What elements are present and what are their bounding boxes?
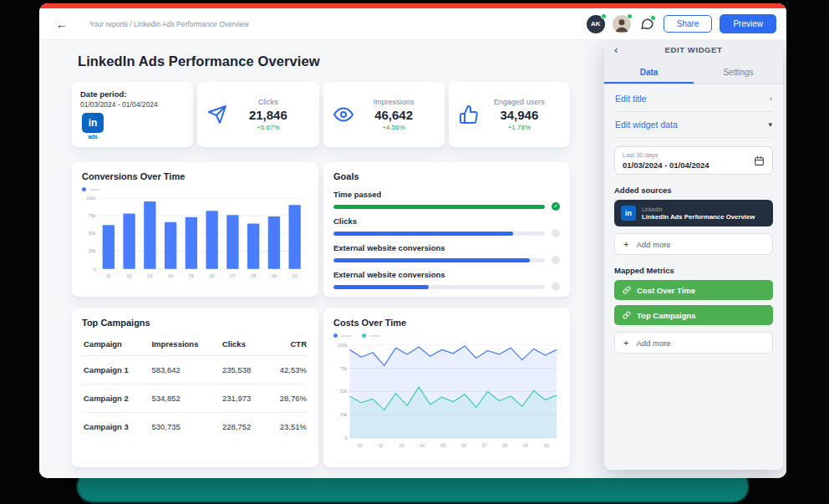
add-source-label: Add more bbox=[636, 240, 670, 249]
source-card-linkedin[interactable]: in LinkedIn LinkedIn Ads Performance Ove… bbox=[614, 200, 773, 227]
table-row: Campaign 2534,852231,97328,76% bbox=[82, 384, 308, 413]
bottom-row: Top Campaigns CampaignImpressionsClicksC… bbox=[72, 308, 570, 467]
page-title: LinkedIn Ads Performance Overview bbox=[78, 53, 570, 69]
share-button[interactable]: Share bbox=[664, 15, 713, 33]
kpi-value: 21,846 bbox=[229, 108, 307, 122]
widget-goals[interactable]: Goals Time passed✓ClicksExternal website… bbox=[323, 162, 570, 297]
costs-line-chart: 100k75k50k25k001020304050607080910 bbox=[333, 340, 560, 450]
goal-label: External website conversions bbox=[333, 243, 560, 252]
goal-item: Clicks bbox=[333, 216, 560, 237]
chart-title: Costs Over Time bbox=[333, 318, 560, 328]
conversions-bar-chart: 100k75k50k25k001020304050607080910 bbox=[82, 194, 308, 280]
svg-text:06: 06 bbox=[461, 443, 466, 448]
svg-text:07: 07 bbox=[481, 443, 486, 448]
table-cell: 28,76% bbox=[266, 384, 308, 413]
chart-title: Conversions Over Time bbox=[82, 171, 308, 181]
svg-text:10: 10 bbox=[544, 443, 549, 448]
goal-pending-icon bbox=[552, 256, 560, 264]
plus-icon: + bbox=[623, 338, 628, 348]
report-canvas: LinkedIn Ads Performance Overview Date p… bbox=[39, 40, 786, 478]
report-content: LinkedIn Ads Performance Overview Date p… bbox=[72, 40, 570, 467]
avatar-user[interactable] bbox=[613, 15, 631, 33]
widget-date-period[interactable]: Date period: 01/03/2024 - 01/04/2024 in … bbox=[72, 82, 193, 147]
goals-list: Time passed✓ClicksExternal website conve… bbox=[333, 190, 560, 291]
widget-costs-over-time[interactable]: Costs Over Time 100k75k50k25k00102030405… bbox=[323, 308, 570, 467]
clicks-cursor-icon bbox=[207, 104, 227, 125]
svg-text:02: 02 bbox=[379, 443, 384, 448]
eye-icon bbox=[333, 104, 353, 125]
column-header: Clicks bbox=[221, 333, 266, 356]
date-period-label: Date period: bbox=[80, 89, 185, 99]
edit-widget-data-row[interactable]: Edit widget data ▾ bbox=[614, 112, 773, 138]
table-cell: 235,538 bbox=[221, 356, 266, 384]
add-source-button[interactable]: + Add more bbox=[614, 233, 773, 255]
goal-label: Time passed bbox=[333, 190, 560, 199]
goal-complete-icon: ✓ bbox=[552, 202, 560, 211]
table-cell: Campaign 3 bbox=[82, 413, 150, 441]
widget-engaged-users[interactable]: Engaged users 34,946 +1.78% bbox=[449, 82, 570, 147]
table-row: Campaign 3530,735228,75223,51% bbox=[82, 413, 308, 441]
panel-title: EDIT WIDGET bbox=[665, 45, 723, 54]
edit-widget-data-label: Edit widget data bbox=[615, 120, 678, 130]
linkedin-icon: in bbox=[621, 206, 636, 221]
mapped-metric-button[interactable]: Cost Over Time bbox=[614, 280, 773, 300]
widget-impressions[interactable]: Impressions 46,642 +4.56% bbox=[323, 82, 445, 147]
svg-text:75k: 75k bbox=[89, 213, 96, 218]
table-cell: 530,735 bbox=[150, 413, 220, 441]
svg-text:02: 02 bbox=[127, 273, 132, 278]
source-provider: LinkedIn bbox=[642, 206, 755, 212]
date-preset-label: Last 30 days bbox=[623, 151, 709, 159]
widget-top-campaigns[interactable]: Top Campaigns CampaignImpressionsClicksC… bbox=[72, 308, 318, 467]
avatar-ak[interactable]: AK bbox=[587, 15, 605, 33]
svg-text:03: 03 bbox=[147, 273, 152, 278]
widget-conversions-over-time[interactable]: Conversions Over Time 100k75k50k25k00102… bbox=[72, 162, 318, 297]
svg-text:10: 10 bbox=[292, 273, 298, 278]
goal-label: Clicks bbox=[333, 216, 560, 226]
goal-item: Time passed✓ bbox=[333, 190, 560, 211]
legend-item[interactable] bbox=[362, 333, 380, 338]
goal-pending-icon bbox=[552, 283, 560, 291]
edit-title-row[interactable]: Edit title › bbox=[614, 86, 773, 112]
kpi-value: 34,946 bbox=[481, 108, 558, 122]
tab-settings[interactable]: Settings bbox=[694, 62, 783, 84]
app-header: ← Your reports / LinkedIn Ads Performanc… bbox=[39, 8, 786, 40]
mapped-metric-button[interactable]: Top Campaigns bbox=[614, 305, 773, 325]
table-cell: 228,752 bbox=[221, 413, 266, 441]
date-period-value: 01/03/2024 - 01/04/2024 bbox=[80, 100, 185, 109]
linkedin-icon: in bbox=[82, 113, 104, 133]
tab-data[interactable]: Data bbox=[604, 62, 694, 84]
table-cell: 534,852 bbox=[150, 384, 220, 413]
svg-text:100k: 100k bbox=[338, 343, 348, 348]
column-header: Impressions bbox=[150, 333, 220, 356]
add-metric-button[interactable]: + Add more bbox=[614, 332, 773, 354]
edit-title-label: Edit title bbox=[615, 94, 646, 104]
table-cell: 231,973 bbox=[221, 384, 266, 413]
svg-text:08: 08 bbox=[251, 273, 256, 278]
back-button[interactable]: ← bbox=[56, 18, 68, 31]
charts-row: Conversions Over Time 100k75k50k25k00102… bbox=[72, 162, 570, 297]
online-status-dot bbox=[601, 13, 607, 19]
goal-item: External website conversions bbox=[333, 243, 560, 264]
table-cell: Campaign 2 bbox=[82, 384, 150, 413]
legend-item[interactable] bbox=[82, 187, 100, 191]
source-name: LinkedIn Ads Performance Overview bbox=[642, 213, 755, 221]
date-range-picker[interactable]: Last 30 days 01/03/2024 - 01/04/2024 bbox=[614, 146, 773, 175]
comments-icon[interactable] bbox=[640, 17, 654, 31]
preview-button[interactable]: Preview bbox=[720, 14, 776, 33]
online-status-dot bbox=[627, 13, 633, 19]
svg-text:01: 01 bbox=[106, 273, 111, 278]
campaigns-body: Campaign 1583,642235,53842,53%Campaign 2… bbox=[82, 356, 308, 441]
svg-text:50k: 50k bbox=[340, 389, 348, 394]
table-cell: Campaign 1 bbox=[82, 356, 150, 384]
panel-back-button[interactable]: ‹ bbox=[614, 44, 618, 55]
legend-item[interactable] bbox=[333, 333, 352, 338]
table-cell: 23,51% bbox=[266, 413, 308, 441]
campaigns-table: CampaignImpressionsClicksCTR Campaign 15… bbox=[82, 333, 308, 440]
goal-label: External website conversions bbox=[333, 270, 560, 279]
kpi-row: Date period: 01/03/2024 - 01/04/2024 in … bbox=[72, 82, 570, 147]
widget-clicks[interactable]: Clicks 21,846 +5.67% bbox=[197, 82, 318, 147]
mapped-metrics-list: Cost Over TimeTop Campaigns bbox=[614, 280, 773, 325]
date-range-value: 01/03/2024 - 01/04/2024 bbox=[623, 160, 709, 170]
breadcrumb[interactable]: Your reports / LinkedIn Ads Performance … bbox=[89, 20, 249, 28]
svg-text:25k: 25k bbox=[89, 248, 96, 253]
